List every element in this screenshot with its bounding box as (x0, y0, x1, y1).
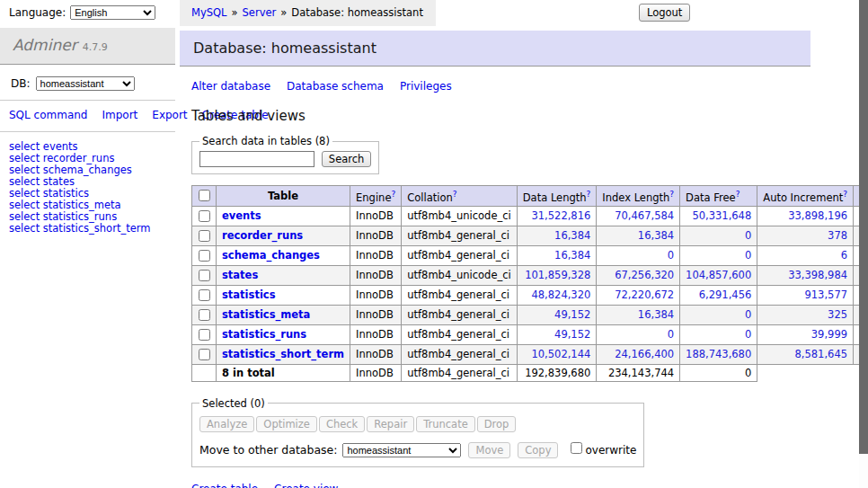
data-free-link[interactable]: 50,331,648 (692, 209, 751, 222)
adminer-logo[interactable]: Adminer (13, 36, 77, 54)
db-select[interactable]: homeassistant (36, 76, 135, 91)
data-length-link[interactable]: 49,152 (554, 308, 590, 321)
move-db-select[interactable]: homeassistant (342, 443, 461, 457)
index-length-link[interactable]: 70,467,584 (615, 209, 674, 222)
help-link[interactable]: ? (843, 190, 847, 199)
optimize-button[interactable]: Optimize (256, 416, 317, 432)
data-length-link[interactable]: 16,384 (554, 249, 590, 262)
auto-increment-link[interactable]: 913,577 (804, 288, 847, 301)
table-name-link[interactable]: states (222, 269, 258, 281)
total-data-free: 0 (680, 364, 757, 381)
cell-collation: utf8mb4_general_ci (402, 226, 518, 245)
copy-button[interactable]: Copy (518, 442, 558, 458)
row-checkbox[interactable] (199, 289, 210, 301)
table-name-link[interactable]: statistics_short_term (222, 348, 344, 360)
table-row: statesInnoDButf8mb4_unicode_ci101,859,32… (192, 265, 868, 285)
auto-increment-link[interactable]: 8,581,645 (795, 348, 848, 360)
help-link[interactable]: ? (587, 190, 591, 199)
data-free-link[interactable]: 6,291,456 (699, 288, 752, 301)
link-create-table[interactable]: Create table (191, 483, 258, 488)
data-free-link[interactable]: 188,743,680 (686, 348, 751, 360)
data-length-link[interactable]: 31,522,816 (531, 209, 590, 222)
link-create-view[interactable]: Create view (274, 483, 338, 488)
row-checkbox[interactable] (199, 250, 210, 262)
total-select-cell (192, 364, 217, 381)
help-link[interactable]: ? (669, 190, 674, 199)
search-legend: Search data in tables (8) (199, 135, 332, 147)
help-link[interactable]: ? (391, 190, 395, 199)
sidebar-item-select-statistics_short_term[interactable]: select statistics_short_term (9, 223, 175, 235)
main-area: MySQL»Server»Database: homeassistant Dat… (180, 0, 810, 488)
index-length-link[interactable]: 0 (668, 249, 674, 262)
data-free-link[interactable]: 104,857,600 (686, 269, 751, 281)
cell-data-length: 16,384 (517, 226, 597, 245)
link-privileges[interactable]: Privileges (400, 80, 452, 93)
analyze-button[interactable]: Analyze (199, 416, 254, 432)
row-checkbox[interactable] (199, 309, 210, 321)
row-checkbox[interactable] (199, 329, 210, 341)
data-length-link[interactable]: 101,859,328 (525, 269, 590, 281)
data-free-link[interactable]: 0 (745, 308, 751, 321)
index-length-link[interactable]: 16,384 (638, 308, 674, 321)
tables-and-views-table: TableEngine?Collation?Data Length?Index … (191, 185, 868, 382)
auto-increment-link[interactable]: 33,398,984 (788, 269, 847, 281)
table-row: statisticsInnoDButf8mb4_general_ci48,824… (192, 285, 868, 305)
check-button[interactable]: Check (319, 416, 365, 432)
auto-increment-link[interactable]: 33,898,196 (788, 209, 847, 222)
data-length-link[interactable]: 49,152 (554, 328, 590, 341)
sidebar-action-sql-command[interactable]: SQL command (9, 109, 87, 121)
index-length-link[interactable]: 16,384 (638, 229, 674, 242)
row-checkbox[interactable] (199, 270, 210, 281)
data-length-link[interactable]: 16,384 (554, 229, 590, 242)
data-free-link[interactable]: 0 (745, 229, 751, 242)
row-checkbox[interactable] (199, 349, 210, 360)
table-name-link[interactable]: statistics_meta (222, 308, 310, 321)
table-name-link[interactable]: schema_changes (222, 249, 320, 262)
data-length-link[interactable]: 10,502,144 (531, 348, 590, 360)
scrollbar-thumb[interactable] (859, 0, 868, 454)
table-name-link[interactable]: events (222, 209, 261, 222)
row-checkbox[interactable] (199, 230, 210, 242)
index-length-link[interactable]: 72,220,672 (615, 288, 674, 301)
column-header-data-length: Data Length? (517, 186, 597, 207)
breadcrumb-item[interactable]: Server (243, 6, 277, 19)
table-row: statistics_runsInnoDButf8mb4_general_ci4… (192, 324, 868, 344)
breadcrumb-item[interactable]: MySQL (191, 6, 227, 19)
table-name-link[interactable]: statistics_runs (222, 328, 306, 341)
index-length-link[interactable]: 67,256,320 (615, 269, 674, 281)
auto-increment-link[interactable]: 378 (828, 229, 847, 242)
data-free-link[interactable]: 0 (745, 328, 751, 341)
cell-table-name: statistics_short_term (217, 344, 350, 364)
truncate-button[interactable]: Truncate (416, 416, 475, 432)
breadcrumb-item: Database: homeassistant (291, 6, 423, 19)
cell-auto-increment: 325 (757, 305, 854, 324)
table-name-link[interactable]: statistics (222, 288, 276, 301)
logout-button[interactable]: Logout (639, 4, 690, 22)
table-name-link[interactable]: recorder_runs (222, 229, 303, 242)
search-button[interactable]: Search (322, 151, 372, 167)
select-all-checkbox[interactable] (199, 190, 210, 201)
data-length-link[interactable]: 48,824,320 (531, 288, 590, 301)
link-database-schema[interactable]: Database schema (287, 80, 384, 93)
cell-engine: InnoDB (350, 206, 402, 226)
language-select[interactable]: English (70, 5, 155, 20)
search-input[interactable] (199, 151, 314, 167)
repair-button[interactable]: Repair (367, 416, 414, 432)
link-alter-database[interactable]: Alter database (191, 80, 270, 93)
index-length-link[interactable]: 24,166,400 (615, 348, 674, 360)
page-scrollbar[interactable] (859, 0, 868, 488)
data-free-link[interactable]: 0 (745, 249, 751, 262)
drop-button[interactable]: Drop (477, 416, 517, 432)
index-length-link[interactable]: 0 (668, 328, 674, 341)
help-link[interactable]: ? (453, 190, 457, 199)
row-checkbox[interactable] (199, 210, 210, 222)
sidebar-action-import[interactable]: Import (102, 109, 137, 121)
total-row: 8 in totalInnoDButf8mb4_general_ci192,83… (192, 364, 868, 381)
move-button[interactable]: Move (468, 442, 510, 458)
help-link[interactable]: ? (736, 190, 740, 199)
auto-increment-link[interactable]: 325 (828, 308, 847, 321)
auto-increment-link[interactable]: 6 (841, 249, 847, 262)
overwrite-checkbox[interactable] (571, 442, 582, 454)
auto-increment-link[interactable]: 39,999 (811, 328, 847, 341)
column-header-data-free: Data Free? (680, 186, 757, 207)
